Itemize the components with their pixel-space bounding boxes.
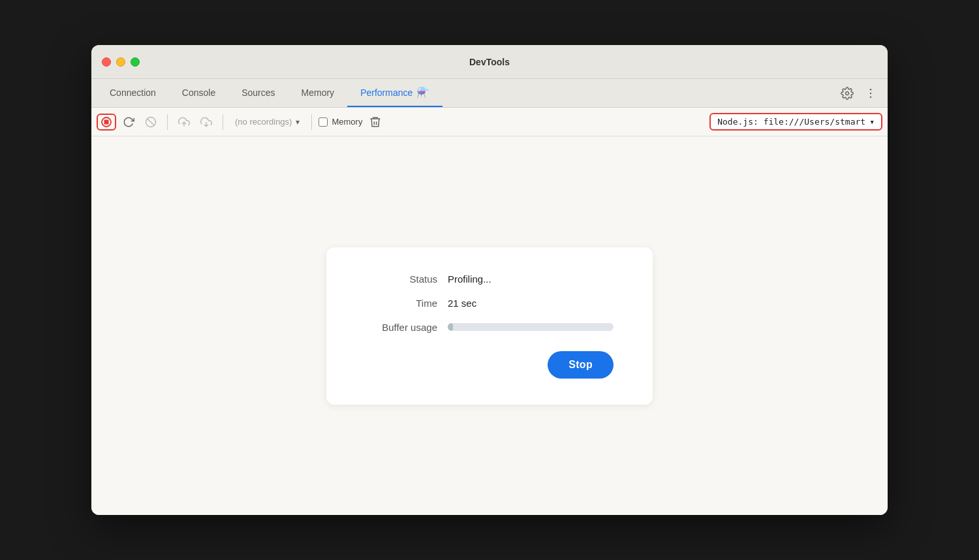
- title-bar: DevTools: [91, 45, 888, 79]
- toolbar-divider-3: [311, 114, 312, 130]
- flask-icon: ⚗️: [416, 86, 429, 99]
- close-button[interactable]: [102, 57, 111, 67]
- minimize-button[interactable]: [116, 57, 125, 67]
- time-value: 21 sec: [448, 298, 476, 309]
- status-value: Profiling...: [448, 273, 491, 285]
- time-row: Time 21 sec: [365, 298, 614, 309]
- stop-button[interactable]: Stop: [548, 351, 614, 379]
- window-title: DevTools: [469, 57, 510, 67]
- recording-dropdown-arrow: ▾: [296, 117, 300, 127]
- svg-rect-5: [104, 119, 109, 124]
- tab-performance[interactable]: Performance ⚗️: [347, 79, 443, 107]
- traffic-lights: [102, 57, 140, 67]
- tab-connection[interactable]: Connection: [97, 79, 169, 107]
- upload-button[interactable]: [174, 114, 194, 131]
- maximize-button[interactable]: [131, 57, 140, 67]
- memory-checkbox-area: Memory: [319, 117, 362, 127]
- buffer-row: Buffer usage: [365, 322, 614, 333]
- status-label: Status: [365, 273, 437, 285]
- toolbar-divider-1: [167, 114, 168, 130]
- target-dropdown-arrow: ▾: [869, 117, 875, 127]
- main-content: Status Profiling... Time 21 sec Buffer u…: [91, 136, 888, 515]
- memory-checkbox[interactable]: [319, 117, 328, 127]
- record-stop-button[interactable]: [97, 114, 116, 131]
- target-selector[interactable]: Node.js: file:///Users/stmart ▾: [709, 113, 882, 131]
- buffer-progress-fill: [448, 323, 453, 331]
- recording-selector[interactable]: (no recordings) ▾: [230, 114, 305, 129]
- svg-point-3: [870, 96, 872, 98]
- refresh-button[interactable]: [119, 114, 138, 131]
- svg-point-1: [870, 88, 872, 90]
- recording-placeholder: (no recordings): [235, 117, 292, 127]
- toolbar: (no recordings) ▾ Memory Node.js: file:/…: [91, 108, 888, 136]
- toolbar-divider-2: [223, 114, 223, 130]
- collect-garbage-button[interactable]: [365, 113, 386, 131]
- svg-point-0: [846, 91, 849, 95]
- time-label: Time: [365, 298, 437, 309]
- tab-bar: Connection Console Sources Memory Perfor…: [91, 79, 888, 108]
- tabs-container: Connection Console Sources Memory Perfor…: [91, 79, 838, 107]
- more-options-button[interactable]: [862, 84, 880, 102]
- status-row: Status Profiling...: [365, 273, 614, 285]
- svg-line-7: [148, 118, 155, 125]
- settings-button[interactable]: [838, 84, 856, 102]
- tab-console[interactable]: Console: [169, 79, 228, 107]
- target-label: Node.js: file:///Users/stmart: [717, 117, 865, 127]
- buffer-progress-bar: [448, 323, 614, 331]
- tab-sources[interactable]: Sources: [228, 79, 288, 107]
- svg-point-2: [870, 92, 872, 94]
- clear-button[interactable]: [141, 114, 161, 131]
- download-button[interactable]: [196, 114, 216, 131]
- memory-label: Memory: [332, 117, 362, 127]
- tab-memory[interactable]: Memory: [288, 79, 348, 107]
- devtools-window: DevTools Connection Console Sources Memo…: [91, 45, 888, 515]
- buffer-label: Buffer usage: [365, 322, 437, 333]
- profiling-card: Status Profiling... Time 21 sec Buffer u…: [326, 247, 653, 405]
- tab-bar-actions: [838, 79, 888, 107]
